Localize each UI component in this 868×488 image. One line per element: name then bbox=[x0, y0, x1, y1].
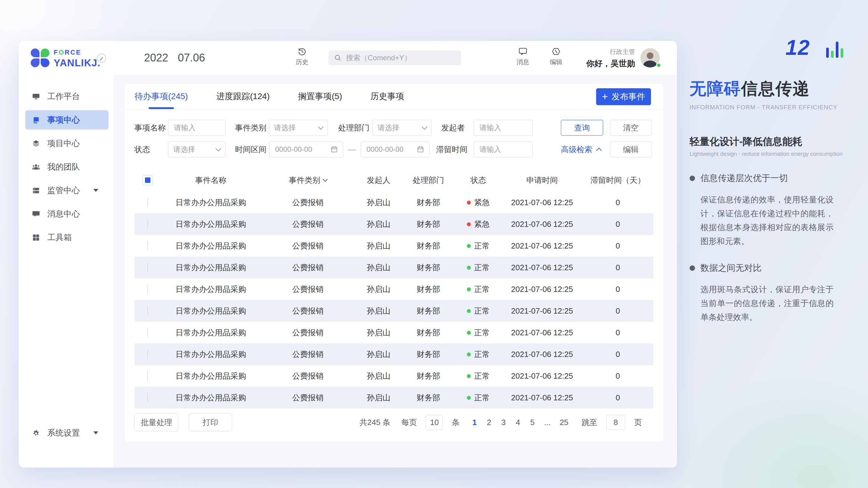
range-dash: — bbox=[348, 141, 355, 157]
status-text: 正常 bbox=[474, 392, 490, 403]
date-end-input[interactable] bbox=[366, 145, 416, 154]
section-subtitle: Lightweight design - reduce information … bbox=[689, 151, 843, 157]
row-checkbox[interactable] bbox=[147, 393, 148, 402]
table-row[interactable]: 日常办办公用品采购公费报销孙启山财务部正常2021-07-06 12:250 bbox=[134, 387, 653, 409]
monitor-icon bbox=[32, 93, 40, 101]
clear-button[interactable]: 清空 bbox=[610, 120, 652, 135]
cell-status: 正常 bbox=[455, 241, 502, 251]
stay-time-input[interactable] bbox=[479, 145, 528, 154]
row-checkbox[interactable] bbox=[147, 198, 148, 207]
initiator-field[interactable] bbox=[474, 120, 533, 135]
filter-label-status: 状态 bbox=[134, 141, 150, 157]
panel-subtitle: INFORMATION FORM - TRANSFER EFFICIENCY bbox=[689, 104, 838, 111]
filter-label-item-name: 事项名称 bbox=[134, 120, 166, 135]
tab[interactable]: 历史事项 bbox=[370, 84, 404, 109]
cell-apply-time: 2021-07-06 12:25 bbox=[502, 263, 582, 272]
tab[interactable]: 进度跟踪(124) bbox=[216, 84, 270, 109]
collapse-pencil-icon[interactable] bbox=[96, 53, 107, 63]
row-checkbox[interactable] bbox=[147, 350, 148, 359]
department-select[interactable]: 请选择 bbox=[373, 120, 432, 135]
date-start-field[interactable] bbox=[270, 141, 343, 157]
initiator-input[interactable] bbox=[479, 123, 528, 132]
table-row[interactable]: 日常办办公用品采购公费报销孙启山财务部正常2021-07-06 12:250 bbox=[134, 257, 653, 278]
sidebar-item[interactable]: 工作平台 bbox=[19, 85, 113, 108]
status-select[interactable]: 请选择 bbox=[168, 141, 225, 157]
per-page-select[interactable]: 10 bbox=[426, 415, 443, 430]
page-number[interactable]: 3 bbox=[501, 418, 506, 427]
table-row[interactable]: 日常办办公用品采购公费报销孙启山财务部正常2021-07-06 12:250 bbox=[134, 300, 653, 322]
global-search[interactable] bbox=[329, 50, 461, 65]
print-button[interactable]: 打印 bbox=[189, 413, 232, 431]
row-checkbox[interactable] bbox=[147, 371, 148, 381]
cell-status: 正常 bbox=[455, 327, 502, 338]
tab[interactable]: 待办事项(245) bbox=[134, 84, 188, 109]
item-name-field[interactable] bbox=[168, 120, 225, 135]
user-greeting: 你好，吴世勋 bbox=[586, 58, 635, 69]
message-bubble-icon bbox=[518, 47, 528, 56]
toolbox-icon bbox=[32, 233, 40, 241]
status-dot bbox=[467, 201, 471, 204]
item-name-input[interactable] bbox=[173, 123, 220, 132]
status-dot bbox=[467, 287, 471, 291]
slide-page-number: 12 bbox=[785, 36, 810, 60]
advanced-search-link[interactable]: 高级检索 bbox=[561, 141, 601, 157]
table-row[interactable]: 日常办办公用品采购公费报销孙启山财务部紧急2021-07-06 12:250 bbox=[134, 213, 653, 235]
edit-filter-button[interactable]: 编辑 bbox=[610, 141, 652, 157]
row-checkbox[interactable] bbox=[147, 241, 148, 251]
sidebar-item[interactable]: 项目中心 bbox=[19, 132, 113, 155]
sidebar-item[interactable]: 消息中心 bbox=[19, 202, 113, 226]
messages-button[interactable]: 消息 bbox=[511, 47, 535, 66]
table-row[interactable]: 日常办办公用品采购公费报销孙启山财务部正常2021-07-06 12:250 bbox=[134, 235, 653, 257]
row-checkbox[interactable] bbox=[147, 328, 148, 337]
cell-category: 公费报销 bbox=[261, 241, 355, 251]
cell-department: 财务部 bbox=[402, 349, 455, 360]
status-dot bbox=[467, 222, 471, 226]
sidebar-items: 工作平台事项中心项目中心我的团队监管中心消息中心工具箱 bbox=[19, 85, 113, 249]
table-row[interactable]: 日常办办公用品采购公费报销孙启山财务部正常2021-07-06 12:250 bbox=[134, 322, 653, 344]
page-number[interactable]: 2 bbox=[486, 418, 492, 427]
cell-event-name: 日常办办公用品采购 bbox=[161, 306, 261, 316]
page-number[interactable]: 4 bbox=[515, 418, 521, 427]
row-checkbox[interactable] bbox=[147, 263, 148, 272]
sidebar-item[interactable]: 我的团队 bbox=[19, 155, 113, 178]
sidebar-item[interactable]: 监管中心 bbox=[19, 178, 113, 202]
content-card: 待办事项(245)进度跟踪(124)搁置事项(5)历史事项 + 发布事件 事项名… bbox=[125, 84, 663, 442]
cell-stay-days: 0 bbox=[582, 393, 653, 402]
sidebar-item-settings[interactable]: 系统设置 bbox=[19, 421, 113, 445]
date-end-field[interactable] bbox=[361, 141, 430, 157]
table-row[interactable]: 日常办办公用品采购公费报销孙启山财务部紧急2021-07-06 12:250 bbox=[134, 192, 653, 213]
edit-button[interactable]: 编辑 bbox=[544, 47, 568, 66]
row-checkbox[interactable] bbox=[147, 306, 148, 316]
sidebar-item[interactable]: 事项中心 bbox=[19, 108, 113, 132]
top-bar: FORCE YANLIKJ. 2022 07.06 历史 消息 bbox=[19, 41, 677, 75]
sort-chevron-icon[interactable] bbox=[322, 177, 328, 182]
sidebar-item[interactable]: 工具箱 bbox=[19, 226, 113, 249]
cell-stay-days: 0 bbox=[582, 241, 653, 251]
page-number[interactable]: 1 bbox=[472, 418, 477, 427]
bullet-dot bbox=[689, 265, 695, 271]
row-checkbox[interactable] bbox=[147, 219, 148, 229]
calendar-icon bbox=[416, 145, 424, 153]
table-row[interactable]: 日常办办公用品采购公费报销孙启山财务部正常2021-07-06 12:250 bbox=[134, 365, 653, 387]
table-row[interactable]: 日常办办公用品采购公费报销孙启山财务部正常2021-07-06 12:250 bbox=[134, 344, 653, 365]
stay-time-field[interactable] bbox=[474, 141, 533, 157]
history-button[interactable]: 历史 bbox=[290, 47, 314, 66]
page-number[interactable]: 25 bbox=[560, 418, 568, 427]
table-row[interactable]: 日常办办公用品采购公费报销孙启山财务部正常2021-07-06 12:250 bbox=[134, 278, 653, 300]
page-number[interactable]: 5 bbox=[530, 418, 535, 427]
date-start-input[interactable] bbox=[275, 145, 330, 154]
select-all-checkbox[interactable] bbox=[143, 175, 153, 185]
event-category-select[interactable]: 请选择 bbox=[269, 120, 328, 135]
row-checkbox[interactable] bbox=[147, 284, 148, 294]
batch-process-button[interactable]: 批量处理 bbox=[134, 413, 179, 431]
sidebar-item-label: 消息中心 bbox=[47, 208, 80, 219]
cell-category: 公费报销 bbox=[261, 219, 355, 230]
sidebar-item-label: 监管中心 bbox=[47, 185, 80, 196]
bar-chart-icon bbox=[826, 41, 843, 58]
jump-page-input[interactable]: 8 bbox=[607, 415, 625, 430]
query-button[interactable]: 查询 bbox=[561, 120, 603, 135]
status-text: 正常 bbox=[474, 306, 490, 316]
tab[interactable]: 搁置事项(5) bbox=[298, 84, 342, 109]
search-input[interactable] bbox=[345, 53, 456, 62]
publish-event-button[interactable]: + 发布事件 bbox=[596, 88, 651, 105]
